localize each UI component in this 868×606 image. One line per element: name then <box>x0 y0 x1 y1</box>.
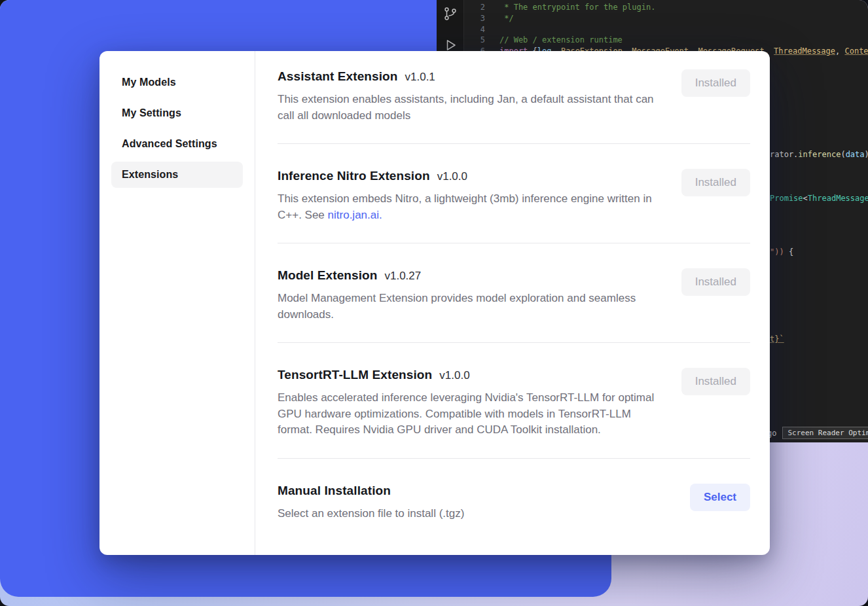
extensions-list: Assistant Extensionv1.0.1This extension … <box>255 51 770 555</box>
sidebar-item-my-models[interactable]: My Models <box>111 69 243 96</box>
screen-reader-badge[interactable]: Screen Reader Optimized <box>782 427 868 439</box>
extension-version: v1.0.1 <box>405 71 435 83</box>
extension-title: Assistant Extensionv1.0.1 <box>278 69 659 84</box>
extension-title: Manual Installation <box>278 484 464 498</box>
select-button-manual-installation[interactable]: Select <box>690 484 750 511</box>
source-control-icon[interactable] <box>443 6 458 22</box>
sidebar-item-advanced-settings[interactable]: Advanced Settings <box>111 131 243 157</box>
settings-nav: My ModelsMy SettingsAdvanced SettingsExt… <box>99 51 255 555</box>
settings-modal: My ModelsMy SettingsAdvanced SettingsExt… <box>99 51 770 555</box>
extension-section-manual-installation: Manual InstallationSelect an extension f… <box>278 484 750 522</box>
installed-button-inference-nitro-extension[interactable]: Installed <box>681 169 750 196</box>
section-divider <box>278 143 750 144</box>
sidebar-item-extensions[interactable]: Extensions <box>111 162 243 188</box>
extension-title: Model Extensionv1.0.27 <box>278 268 659 283</box>
installed-button-tensortrt-llm-extension[interactable]: Installed <box>681 368 750 395</box>
code-fragment: Promise<ThreadMessage> <box>770 194 868 204</box>
extension-description: This extension embeds Nitro, a lightweig… <box>278 191 659 223</box>
extension-description: Model Management Extension provides mode… <box>278 291 659 323</box>
app-window: 23456 * The entrypoint for the plugin. *… <box>0 0 868 606</box>
code-fragment: rator.inference(data)); <box>770 150 868 160</box>
code-fragment: ")) { <box>770 247 793 257</box>
editor-status: go Screen Reader Optimized <box>767 427 868 439</box>
extension-doc-link[interactable]: nitro.jan.ai. <box>328 209 382 221</box>
extension-description: Select an extension file to install (.tg… <box>278 506 464 522</box>
extension-section-tensortrt-llm-extension: TensortRT-LLM Extensionv1.0.0Enables acc… <box>278 368 750 459</box>
extension-section-model-extension: Model Extensionv1.0.27Model Management E… <box>278 268 750 343</box>
extension-title: Inference Nitro Extensionv1.0.0 <box>278 169 659 183</box>
section-divider <box>278 458 750 459</box>
extension-description: Enables accelerated inference leveraging… <box>278 390 659 438</box>
installed-button-model-extension[interactable]: Installed <box>681 268 750 296</box>
extension-title: TensortRT-LLM Extensionv1.0.0 <box>278 368 659 382</box>
extension-version: v1.0.0 <box>439 369 469 382</box>
extension-section-assistant-extension: Assistant Extensionv1.0.1This extension … <box>278 69 750 144</box>
section-divider <box>278 243 750 243</box>
extension-version: v1.0.0 <box>437 170 467 183</box>
extension-description: This extension enables assistants, inclu… <box>278 92 659 124</box>
installed-button-assistant-extension[interactable]: Installed <box>681 69 750 97</box>
code-fragment: t}` <box>770 334 784 344</box>
section-divider <box>278 342 750 343</box>
extension-section-inference-nitro-extension: Inference Nitro Extensionv1.0.0This exte… <box>278 169 750 243</box>
sidebar-item-my-settings[interactable]: My Settings <box>111 100 243 126</box>
extension-version: v1.0.27 <box>384 270 421 282</box>
